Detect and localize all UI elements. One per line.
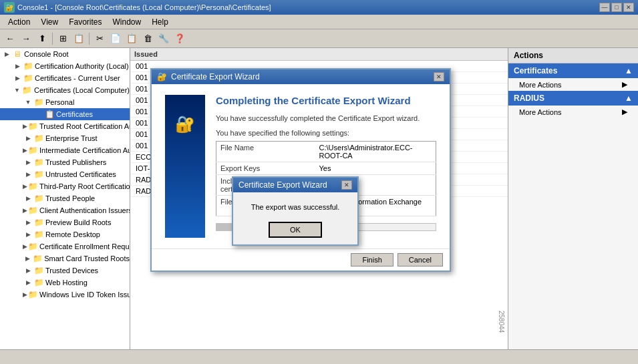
ok-button[interactable]: OK bbox=[269, 222, 322, 238]
wizard-close-button[interactable]: ✕ bbox=[434, 72, 444, 81]
app-icon: 🔐 bbox=[4, 2, 15, 13]
expand-icon: ▶ bbox=[23, 267, 33, 274]
menu-bar: Action View Favorites Window Help bbox=[0, 15, 638, 29]
tree-item-cert-enrollment[interactable]: ▶ 📁 Certificate Enrollment Reque bbox=[0, 240, 130, 252]
folder-icon: 📁 bbox=[27, 241, 38, 252]
wizard-buttons: Finish Cancel bbox=[152, 248, 450, 270]
expand-icon: ▶ bbox=[23, 195, 33, 202]
tree-item-personal[interactable]: ▼ 📁 Personal bbox=[0, 96, 130, 108]
tree-item-enterprise-trust[interactable]: ▶ 📁 Enterprise Trust bbox=[0, 132, 130, 144]
folder-icon: 📁 bbox=[27, 121, 38, 132]
tree-item-intermediate-cert[interactable]: ▶ 📁 Intermediate Certification Au bbox=[0, 144, 130, 156]
show-hide-button[interactable]: ⊞ bbox=[55, 31, 70, 46]
folder-icon: 📁 bbox=[33, 277, 44, 288]
tree-label: Certification Authority (Local) bbox=[35, 62, 129, 70]
tree-label: Windows Live ID Token Issue bbox=[39, 291, 130, 299]
folder-icon: 📁 bbox=[33, 229, 44, 240]
tree-label: Personal bbox=[45, 98, 74, 106]
folder-icon: 📁 bbox=[23, 73, 33, 83]
up-button[interactable]: ⬆ bbox=[35, 31, 49, 46]
forward-button[interactable]: → bbox=[19, 31, 33, 46]
tree-item-windows-live-id[interactable]: ▶ 📁 Windows Live ID Token Issue bbox=[0, 289, 130, 301]
folder-icon: 📁 bbox=[33, 217, 44, 228]
tree-item-smart-card[interactable]: ▶ 📁 Smart Card Trusted Roots bbox=[0, 252, 130, 264]
tree-label: Trusted Root Certification Au bbox=[39, 122, 130, 130]
tree-label: Smart Card Trusted Roots bbox=[44, 254, 130, 262]
paste-button[interactable]: 📋 bbox=[124, 31, 139, 46]
more-actions-label: More Actions bbox=[519, 81, 562, 89]
tree-label: Console Root bbox=[24, 50, 69, 58]
cut-button[interactable]: ✂ bbox=[92, 31, 107, 46]
folder-icon: 📁 bbox=[33, 193, 44, 204]
actions-more-actions-certs[interactable]: More Actions ▶ bbox=[508, 78, 638, 91]
cert-list-header: Issued bbox=[130, 48, 508, 61]
tree-item-trusted-root[interactable]: ▶ 📁 Trusted Root Certification Au bbox=[0, 120, 130, 132]
window-title: Console1 - [Console Root\Certificates (L… bbox=[17, 3, 271, 11]
tree-label: Web Hosting bbox=[45, 279, 88, 287]
menu-help[interactable]: Help bbox=[146, 16, 174, 28]
tree-item-certs-current-user[interactable]: ▶ 📁 Certificates - Current User bbox=[0, 72, 130, 84]
tree-item-trusted-devices[interactable]: ▶ 📁 Trusted Devices bbox=[0, 264, 130, 277]
chevron-right-icon: ▶ bbox=[622, 108, 627, 116]
chevron-right-icon: ▶ bbox=[622, 80, 627, 89]
tree-item-untrusted-certs[interactable]: ▶ 📁 Untrusted Certificates bbox=[0, 168, 130, 180]
maximize-button[interactable]: □ bbox=[611, 3, 622, 12]
tree-item-console-root[interactable]: ▶ 🖥 Console Root bbox=[0, 48, 130, 60]
tree-item-trusted-publishers[interactable]: ▶ 📁 Trusted Publishers bbox=[0, 156, 130, 168]
tree-item-third-party-root[interactable]: ▶ 📁 Third-Party Root Certificatio bbox=[0, 180, 130, 192]
tree-item-client-auth[interactable]: ▶ 📁 Client Authentication Issuers bbox=[0, 204, 130, 216]
menu-window[interactable]: Window bbox=[108, 16, 147, 28]
tree-label: Untrusted Certificates bbox=[45, 170, 116, 178]
expand-icon: ▶ bbox=[23, 279, 33, 286]
actions-section-certs: Certificates ▲ bbox=[508, 63, 638, 78]
expand-icon: ▶ bbox=[12, 75, 23, 81]
tree-label: Enterprise Trust bbox=[45, 134, 98, 142]
expand-icon: ▶ bbox=[23, 183, 27, 190]
folder-icon: 📁 bbox=[27, 289, 38, 300]
cancel-button[interactable]: Cancel bbox=[397, 253, 443, 266]
actions-header: Actions bbox=[508, 48, 638, 63]
back-button[interactable]: ← bbox=[3, 31, 17, 46]
wizard-title-text: Certificate Export Wizard bbox=[171, 72, 260, 81]
folder-icon: 📁 bbox=[33, 169, 44, 180]
copy-button[interactable]: 📄 bbox=[108, 31, 123, 46]
tree-label: Remote Desktop bbox=[45, 230, 100, 238]
folder-icon: 📁 bbox=[33, 157, 44, 168]
page-watermark: 258044 bbox=[498, 311, 505, 333]
tree-label: Certificate Enrollment Reque bbox=[39, 242, 130, 250]
delete-button[interactable]: 🗑 bbox=[140, 31, 155, 46]
tree-item-remote-desktop[interactable]: ▶ 📁 Remote Desktop bbox=[0, 228, 130, 240]
success-title-bar: Certificate Export Wizard ✕ bbox=[233, 178, 357, 192]
actions-panel: Actions Certificates ▲ More Actions ▶ RA… bbox=[508, 48, 638, 349]
tree-item-cert-authority[interactable]: ▶ 📁 Certification Authority (Local) bbox=[0, 60, 130, 72]
expand-icon: ▶ bbox=[23, 171, 33, 178]
close-button[interactable]: ✕ bbox=[623, 3, 634, 12]
finish-button[interactable]: Finish bbox=[351, 253, 393, 266]
menu-action[interactable]: Action bbox=[3, 16, 35, 28]
tree-item-trusted-people[interactable]: ▶ 📁 Trusted People bbox=[0, 192, 130, 204]
wizard-heading: Completing the Certificate Export Wizard bbox=[216, 95, 436, 106]
tree-item-preview-build[interactable]: ▶ 📁 Preview Build Roots bbox=[0, 216, 130, 228]
tree-item-certificates[interactable]: 📋 Certificates bbox=[0, 108, 130, 120]
help-button[interactable]: ❓ bbox=[172, 31, 187, 46]
menu-view[interactable]: View bbox=[35, 16, 63, 28]
tree-item-web-hosting[interactable]: ▶ 📁 Web Hosting bbox=[0, 277, 130, 289]
export-list-button[interactable]: 📋 bbox=[71, 31, 86, 46]
actions-more-actions-radius[interactable]: More Actions ▶ bbox=[508, 106, 638, 118]
minimize-button[interactable]: — bbox=[599, 3, 610, 12]
expand-icon: ▶ bbox=[23, 219, 33, 226]
folder-icon: 📁 bbox=[27, 205, 38, 216]
tree-item-certs-local[interactable]: ▼ 📁 Certificates (Local Computer) bbox=[0, 84, 130, 96]
expand-icon: ▼ bbox=[12, 87, 22, 94]
tree-panel: ▶ 🖥 Console Root ▶ 📁 Certification Autho… bbox=[0, 48, 130, 349]
success-dialog: Certificate Export Wizard ✕ The export w… bbox=[232, 176, 359, 246]
menu-favorites[interactable]: Favorites bbox=[63, 16, 107, 28]
folder-icon: 📁 bbox=[33, 133, 44, 144]
setting-key: File Name bbox=[216, 142, 315, 162]
tree-label: Trusted People bbox=[45, 194, 95, 202]
success-close-button[interactable]: ✕ bbox=[341, 180, 352, 190]
properties-button[interactable]: 🔧 bbox=[156, 31, 171, 46]
expand-icon: ▶ bbox=[23, 291, 27, 298]
wizard-settings-label: You have specified the following setting… bbox=[216, 129, 436, 137]
wizard-dialog: 🔐 Certificate Export Wizard ✕ 🔐 Completi… bbox=[150, 68, 451, 272]
